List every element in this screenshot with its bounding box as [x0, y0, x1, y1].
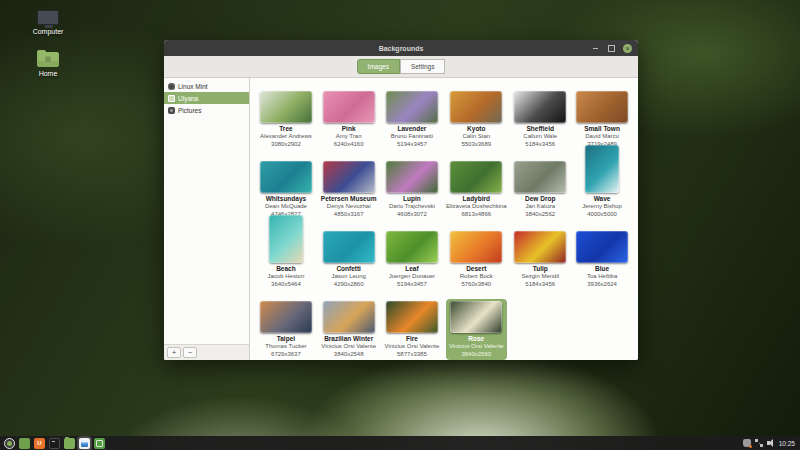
wallpaper-cell: Kyoto Calin Stan 5503x3689: [444, 83, 508, 150]
wallpaper-card-taipei[interactable]: Taipei Thomas Tucker 6729x3637: [257, 299, 315, 360]
wallpaper-author: Vinicius Orsi Valente: [449, 343, 504, 351]
wallpaper-card-tree[interactable]: Tree Alexander Andrews 3080x2902: [257, 89, 315, 150]
wallpaper-card-dew-drop[interactable]: Dew Drop Jan Kaluza 3840x2562: [511, 159, 569, 220]
wallpaper-cell: Fire Vinicius Orsi Valente 5877x3385: [381, 293, 442, 360]
wallpaper-cell: Leaf Juergen Donauer 5194x3457: [381, 223, 442, 290]
clock[interactable]: 10:25: [779, 440, 795, 447]
backgrounds-window-icon[interactable]: [79, 438, 90, 449]
wallpaper-name: Desert: [466, 265, 486, 273]
wallpaper-card-lavender[interactable]: Lavender Bruno Fantinatti 5194x3457: [383, 89, 441, 150]
wallpaper-resolution: 3840x2562: [525, 211, 555, 219]
sidebar-item-label: Linux Mint: [178, 83, 208, 90]
desktop-icon-home[interactable]: Home: [22, 52, 74, 77]
sidebar-item-ulyana[interactable]: Ulyana: [164, 92, 249, 104]
wallpaper-card-brazilian-winter[interactable]: Brazilian Winter Vinicius Orsi Valente 3…: [318, 299, 379, 360]
tab-images[interactable]: Images: [357, 59, 400, 74]
wallpaper-thumbnail: [514, 231, 566, 263]
wallpaper-cell: Brazilian Winter Vinicius Orsi Valente 3…: [318, 293, 380, 360]
wallpaper-thumbnail: [450, 161, 502, 193]
wallpaper-card-tulip[interactable]: Tulip Sezgin Mendil 5184x3456: [511, 229, 569, 290]
wallpaper-card-sheffield[interactable]: Sheffield Callum Wale 5184x3456: [511, 89, 569, 150]
wallpaper-thumbnail: [323, 301, 375, 333]
wallpaper-card-petersen-museum[interactable]: Petersen Museum Denys Nevozhai 4850x3167: [318, 159, 380, 220]
wallpaper-thumbnail: [323, 231, 375, 263]
sidebar-item-pictures[interactable]: Pictures: [164, 104, 249, 116]
collections-sidebar: Linux Mint Ulyana Pictures + −: [164, 78, 250, 360]
wallpaper-grid-area: Tree Alexander Andrews 3080x2902 Pink Am…: [250, 78, 638, 360]
wallpaper-thumbnail: [386, 301, 438, 333]
wallpaper-thumbnail: [450, 301, 502, 333]
terminal-icon[interactable]: [49, 438, 60, 449]
wallpaper-name: Fire: [406, 335, 418, 343]
wallpaper-cell: Sheffield Callum Wale 5184x3456: [510, 83, 570, 150]
wallpaper-thumbnail: [514, 91, 566, 123]
green-window-icon[interactable]: [94, 438, 105, 449]
wallpaper-author: Toa Heftiba: [587, 273, 617, 281]
desktop-icon-label: Computer: [22, 28, 74, 35]
wallpaper-card-beach[interactable]: Beach Jacob Heston 3640x5464: [265, 213, 308, 290]
wallpaper-card-wave[interactable]: Wave Jeremy Bishop 4000x5000: [579, 143, 625, 220]
wallpaper-card-leaf[interactable]: Leaf Juergen Donauer 5194x3457: [383, 229, 441, 290]
wallpaper-author: Elizaveta Dushechkina: [446, 203, 507, 211]
wallpaper-author: Denys Nevozhai: [327, 203, 371, 211]
wallpaper-thumbnail: [260, 161, 312, 193]
wallpaper-name: Pink: [342, 125, 356, 133]
wallpaper-name: Lavender: [397, 125, 426, 133]
wallpaper-cell: Pink Amy Tran 6240x4160: [318, 83, 380, 150]
wallpaper-card-whitsundays[interactable]: Whitsundays Dean McQuade 4746x2827: [257, 159, 315, 220]
titlebar[interactable]: Backgrounds: [164, 40, 638, 56]
wallpaper-cell: Wave Jeremy Bishop 4000x5000: [572, 153, 632, 220]
wallpaper-author: Robert Bock: [460, 273, 493, 281]
wallpaper-resolution: 3936x2624: [587, 281, 617, 289]
wallpaper-grid: Tree Alexander Andrews 3080x2902 Pink Am…: [250, 78, 638, 360]
wallpaper-thumbnail: [386, 91, 438, 123]
network-icon[interactable]: [755, 439, 763, 447]
wallpaper-card-pink[interactable]: Pink Amy Tran 6240x4160: [320, 89, 378, 150]
wallpaper-resolution: 4290x2860: [334, 281, 364, 289]
volume-icon[interactable]: [767, 439, 775, 447]
wallpaper-name: Petersen Museum: [321, 195, 377, 203]
wallpaper-card-confetti[interactable]: Confetti Jason Leung 4290x2860: [320, 229, 378, 290]
wallpaper-cell: Petersen Museum Denys Nevozhai 4850x3167: [318, 153, 380, 220]
mint-menu-icon[interactable]: [4, 438, 15, 449]
minimize-button[interactable]: [591, 44, 600, 53]
tab-toolbar: ImagesSettings: [164, 56, 638, 78]
wallpaper-cell: Rose Vinicius Orsi Valente 3840x2560: [444, 293, 508, 360]
wallpaper-resolution: 4000x5000: [587, 211, 617, 219]
desktop-icon-computer[interactable]: Computer: [22, 10, 74, 35]
camera-icon: [168, 107, 175, 114]
wallpaper-card-blue[interactable]: Blue Toa Heftiba 3936x2624: [573, 229, 631, 290]
wallpaper-resolution: 5760x3840: [461, 281, 491, 289]
wallpaper-name: Lupin: [403, 195, 421, 203]
add-folder-button[interactable]: +: [167, 347, 181, 358]
wallpaper-card-fire[interactable]: Fire Vinicius Orsi Valente 5877x3385: [381, 299, 442, 360]
files-icon[interactable]: [64, 438, 75, 449]
wallpaper-cell: Whitsundays Dean McQuade 4746x2827: [256, 153, 316, 220]
tab-settings[interactable]: Settings: [400, 59, 446, 74]
wallpaper-card-lupin[interactable]: Lupin Dario Trajchevski 4608x3072: [383, 159, 441, 220]
backgrounds-window: Backgrounds ImagesSettings Linux Mint Ul…: [164, 40, 638, 360]
wallpaper-card-rose[interactable]: Rose Vinicius Orsi Valente 3840x2560: [446, 299, 507, 360]
wallpaper-thumbnail: [269, 215, 303, 263]
wallpaper-cell: Ladybird Elizaveta Dushechkina 6813x4866: [444, 153, 508, 220]
wallpaper-resolution: 3080x2902: [271, 141, 301, 149]
close-button[interactable]: [623, 44, 632, 53]
wallpaper-author: Jeremy Bishop: [582, 203, 622, 211]
orange-u-app-icon[interactable]: U: [34, 438, 45, 449]
wallpaper-author: Thomas Tucker: [265, 343, 306, 351]
update-shield-icon[interactable]: [743, 439, 751, 447]
show-desktop-icon[interactable]: [19, 438, 30, 449]
wallpaper-card-desert[interactable]: Desert Robert Bock 5760x3840: [447, 229, 505, 290]
wallpaper-thumbnail: [585, 145, 619, 193]
sidebar-item-linux-mint[interactable]: Linux Mint: [164, 80, 249, 92]
wallpaper-author: Juergen Donauer: [389, 273, 435, 281]
wallpaper-name: Kyoto: [467, 125, 485, 133]
wallpaper-card-kyoto[interactable]: Kyoto Calin Stan 5503x3689: [447, 89, 505, 150]
sidebar-item-label: Ulyana: [178, 95, 198, 102]
wallpaper-card-small-town[interactable]: Small Town David Marcu 3719x2489: [573, 89, 631, 150]
wallpaper-card-ladybird[interactable]: Ladybird Elizaveta Dushechkina 6813x4866: [444, 159, 508, 220]
remove-folder-button[interactable]: −: [183, 347, 197, 358]
maximize-button[interactable]: [607, 44, 616, 53]
sidebar-actions: + −: [164, 344, 249, 360]
desktop-icon-label: Home: [22, 70, 74, 77]
